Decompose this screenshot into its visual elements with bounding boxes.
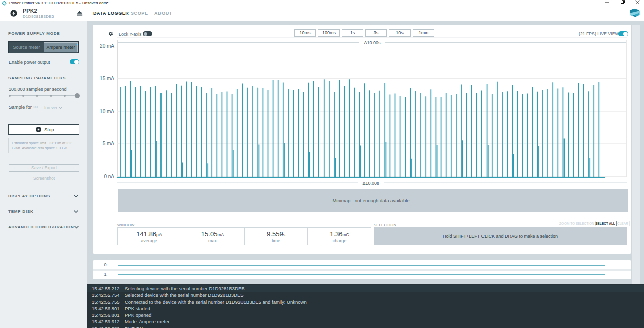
svg-text:20 mA: 20 mA: [100, 43, 114, 49]
svg-text:10 mA: 10 mA: [100, 109, 114, 114]
svg-text:5 mA: 5 mA: [103, 141, 115, 146]
svg-text:15 mA: 15 mA: [100, 76, 114, 81]
svg-text:Δ10.00s: Δ10.00s: [362, 181, 379, 186]
svg-text:Δ10.00s: Δ10.00s: [364, 40, 381, 45]
svg-text:0 nA: 0 nA: [104, 174, 114, 179]
